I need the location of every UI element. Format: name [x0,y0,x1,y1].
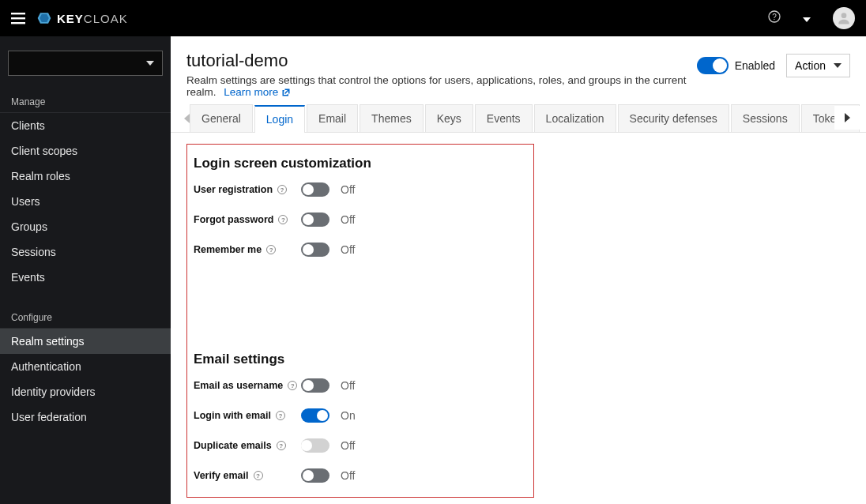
help-icon[interactable]: ? [254,471,263,480]
sidebar-item-events[interactable]: Events [0,265,171,290]
brand-name: Keycloak [57,12,128,25]
sidebar-item-identity-providers[interactable]: Identity providers [0,379,171,404]
row-forgot-password: Forgot password? Off [192,213,522,227]
brand-logo[interactable]: Keycloak [36,10,128,26]
sidebar-item-realm-settings[interactable]: Realm settings [0,329,171,354]
tabs-scroll-left[interactable] [183,107,190,130]
tabs: General Login Email Themes Keys Events L… [171,104,866,133]
help-icon[interactable]: ? [277,185,287,194]
login-with-email-label: Login with email [194,410,271,421]
tab-themes[interactable]: Themes [360,104,424,132]
user-registration-toggle[interactable] [301,182,329,197]
sidebar-item-clients[interactable]: Clients [0,113,171,138]
remember-me-toggle[interactable] [301,243,329,257]
svg-point-8 [842,13,847,18]
duplicate-emails-state: Off [341,439,355,452]
user-menu-caret-icon[interactable] [803,11,811,25]
tab-events[interactable]: Events [475,104,533,132]
tab-sessions[interactable]: Sessions [731,104,800,132]
tab-keys[interactable]: Keys [425,104,473,132]
realm-enabled-toggle[interactable] [697,57,729,74]
duplicate-emails-label: Duplicate emails [194,440,272,451]
sidebar-item-client-scopes[interactable]: Client scopes [0,138,171,164]
chevron-down-icon [834,63,842,68]
forgot-password-label: Forgot password [194,214,273,225]
sidebar-item-authentication[interactable]: Authentication [0,354,171,379]
svg-marker-7 [803,17,811,22]
hamburger-menu-icon[interactable] [11,12,25,24]
sidebar: Manage Clients Client scopes Realm roles… [0,36,171,504]
svg-marker-11 [184,114,190,123]
verify-email-label: Verify email [194,470,249,481]
top-bar: Keycloak ? [0,0,866,36]
row-email-as-username: Email as username? Off [192,378,522,393]
help-icon[interactable]: ? [288,381,297,390]
help-icon[interactable]: ? [278,215,288,224]
email-settings-heading: Email settings [194,352,522,367]
svg-rect-2 [11,22,25,24]
svg-marker-12 [845,113,850,122]
user-registration-label: User registration [194,184,273,195]
external-link-icon [281,88,291,97]
page-title: tutorial-demo [186,51,697,71]
sidebar-section-manage: Manage [0,88,171,112]
email-as-username-state: Off [341,379,355,392]
login-with-email-toggle[interactable] [301,408,329,423]
email-as-username-label: Email as username [194,380,283,391]
svg-marker-10 [834,63,842,68]
main-content: tutorial-demo Realm settings are setting… [171,36,866,504]
realm-enabled-label: Enabled [735,59,775,72]
realm-selector[interactable] [8,51,163,76]
verify-email-toggle[interactable] [301,468,329,483]
tabs-scroll-right[interactable] [834,106,861,130]
sidebar-item-user-federation[interactable]: User federation [0,404,171,430]
help-icon[interactable]: ? [768,10,781,26]
tab-localization[interactable]: Localization [534,104,616,132]
row-login-with-email: Login with email? On [192,408,522,423]
remember-me-label: Remember me [194,244,262,255]
svg-rect-0 [11,13,25,14]
verify-email-state: Off [341,469,355,482]
sidebar-item-sessions[interactable]: Sessions [0,239,171,265]
remember-me-state: Off [341,243,355,256]
svg-marker-9 [146,61,154,66]
svg-rect-1 [11,17,25,19]
sidebar-item-realm-roles[interactable]: Realm roles [0,164,171,189]
svg-marker-4 [40,14,49,22]
svg-text:?: ? [772,13,777,21]
help-icon[interactable]: ? [266,245,276,254]
tab-general[interactable]: General [190,104,253,132]
sidebar-section-configure: Configure [0,304,171,328]
help-icon[interactable]: ? [276,411,285,420]
row-user-registration: User registration? Off [192,182,522,197]
keycloak-logo-icon [36,10,52,26]
tab-login[interactable]: Login [254,105,305,133]
row-verify-email: Verify email? Off [192,468,522,483]
help-icon[interactable]: ? [277,441,286,450]
login-with-email-state: On [341,409,356,422]
chevron-down-icon [146,61,154,66]
sidebar-item-users[interactable]: Users [0,189,171,214]
sidebar-item-groups[interactable]: Groups [0,214,171,239]
login-settings-panel: Login screen customization User registra… [186,144,534,498]
email-as-username-toggle[interactable] [301,378,329,393]
user-registration-state: Off [341,183,355,196]
action-dropdown[interactable]: Action [786,54,850,77]
duplicate-emails-toggle [301,438,329,453]
learn-more-link[interactable]: Learn more [224,86,291,98]
login-screen-customization-heading: Login screen customization [194,156,522,171]
avatar[interactable] [833,7,855,29]
row-remember-me: Remember me? Off [192,243,522,257]
action-label: Action [795,59,826,72]
tab-security-defenses[interactable]: Security defenses [618,104,729,132]
page-description: Realm settings are settings that control… [186,74,697,98]
forgot-password-state: Off [341,213,355,226]
tab-email[interactable]: Email [307,104,358,132]
row-duplicate-emails: Duplicate emails? Off [192,438,522,453]
forgot-password-toggle[interactable] [301,213,329,227]
